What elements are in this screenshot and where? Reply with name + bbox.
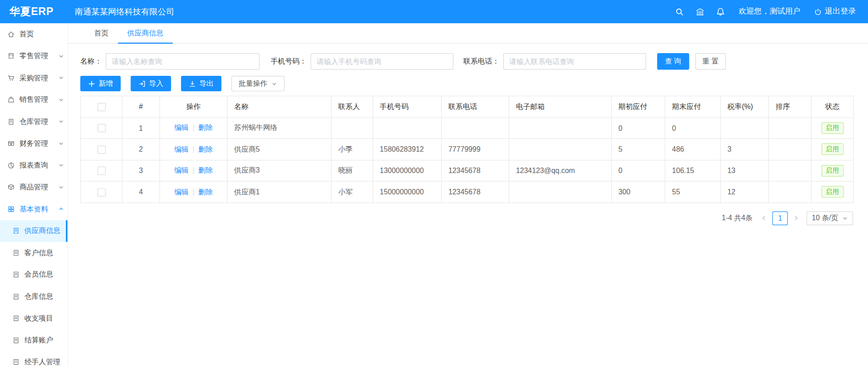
sidebar-item[interactable]: 商品管理 bbox=[0, 176, 68, 198]
page-number[interactable]: 1 bbox=[773, 211, 788, 225]
column-header: 电子邮箱 bbox=[509, 96, 611, 117]
row-index: 3 bbox=[122, 160, 160, 181]
cell-mobile: 15806283912 bbox=[373, 138, 441, 160]
sidebar: 首页零售管理采购管理销售管理仓库管理财务管理报表查询商品管理基本资料供应商信息客… bbox=[0, 23, 68, 366]
name-label: 名称： bbox=[80, 56, 102, 66]
sidebar-subitem[interactable]: 供应商信息 bbox=[0, 220, 68, 242]
row-actions: 编辑|删除 bbox=[160, 160, 228, 181]
name-input[interactable] bbox=[106, 53, 260, 70]
logout-button[interactable]: 退出登录 bbox=[814, 7, 856, 17]
sidebar-subitem[interactable]: 收支项目 bbox=[0, 307, 68, 329]
doc-icon bbox=[12, 358, 20, 366]
table-row: 3编辑|删除供应商3晓丽13000000000123456781234123@q… bbox=[80, 160, 853, 181]
sidebar-item[interactable]: 零售管理 bbox=[0, 45, 68, 67]
cell-tel: 12345678 bbox=[441, 181, 509, 203]
export-button[interactable]: 导出 bbox=[181, 76, 222, 91]
doc-icon bbox=[12, 271, 20, 278]
goods-icon bbox=[7, 183, 15, 191]
export-button-label: 导出 bbox=[199, 79, 214, 89]
batch-button[interactable]: 批量操作 bbox=[231, 76, 284, 91]
cell-sort bbox=[769, 117, 811, 138]
query-button[interactable]: 查 询 bbox=[657, 53, 689, 70]
reset-button[interactable]: 重 置 bbox=[695, 53, 726, 70]
next-page-button[interactable] bbox=[790, 212, 803, 225]
action-divider: | bbox=[193, 124, 194, 132]
select-all-checkbox[interactable] bbox=[97, 103, 105, 111]
delete-link[interactable]: 删除 bbox=[198, 166, 213, 174]
sidebar-item-label: 仓库管理 bbox=[20, 117, 48, 127]
row-checkbox[interactable] bbox=[97, 188, 105, 196]
batch-button-label: 批量操作 bbox=[238, 79, 267, 89]
row-checkbox[interactable] bbox=[97, 167, 105, 175]
row-select-cell bbox=[80, 117, 122, 138]
status-badge: 启用 bbox=[821, 143, 843, 155]
sidebar-item[interactable]: 基本资料 bbox=[0, 198, 68, 220]
bell-icon[interactable] bbox=[716, 7, 725, 16]
sidebar-item[interactable]: 采购管理 bbox=[0, 67, 68, 89]
row-index: 1 bbox=[122, 117, 160, 138]
sidebar-item[interactable]: 报表查询 bbox=[0, 154, 68, 176]
top-header: 华夏ERP 南通某某网络科技有限公司 欢迎您，测试用户 退出登录 bbox=[0, 0, 868, 23]
cell-tax: 13 bbox=[720, 160, 769, 181]
row-index: 4 bbox=[122, 181, 160, 203]
cell-name: 供应商3 bbox=[227, 160, 331, 181]
cell-email bbox=[509, 181, 611, 203]
sidebar-item-label: 基本资料 bbox=[20, 204, 48, 214]
sidebar-subitem[interactable]: 仓库信息 bbox=[0, 286, 68, 307]
sidebar-subitem-label: 客户信息 bbox=[25, 248, 53, 258]
edit-link[interactable]: 编辑 bbox=[174, 145, 189, 153]
sidebar-subitem-label: 供应商信息 bbox=[25, 226, 60, 236]
chevron-down-icon bbox=[58, 162, 64, 168]
sidebar-item[interactable]: 财务管理 bbox=[0, 133, 68, 154]
doc-icon bbox=[12, 249, 20, 257]
page-size-select[interactable]: 10 条/页 bbox=[807, 211, 853, 225]
cell-ending: 486 bbox=[665, 138, 720, 160]
row-select-cell bbox=[80, 181, 122, 203]
tab[interactable]: 供应商信息 bbox=[118, 23, 173, 43]
sidebar-subitem[interactable]: 会员信息 bbox=[0, 264, 68, 286]
table-body: 1编辑|删除苏州蜗牛网络00启用2编辑|删除供应商5小季158062839127… bbox=[80, 117, 853, 203]
action-divider: | bbox=[193, 188, 194, 196]
table-header-row: #操作名称联系人手机号码联系电话电子邮箱期初应付期末应付税率(%)排序状态 bbox=[80, 96, 853, 117]
sidebar-item[interactable]: 仓库管理 bbox=[0, 111, 68, 133]
cell-ending: 106.15 bbox=[665, 160, 720, 181]
search-icon[interactable] bbox=[675, 7, 684, 16]
add-button[interactable]: 新增 bbox=[80, 76, 121, 91]
total-text: 1-4 共4条 bbox=[722, 213, 753, 223]
edit-link[interactable]: 编辑 bbox=[174, 166, 189, 174]
row-actions: 编辑|删除 bbox=[160, 138, 228, 160]
status-badge: 启用 bbox=[821, 186, 843, 198]
status-badge: 启用 bbox=[821, 165, 843, 177]
import-button-label: 导入 bbox=[149, 79, 164, 89]
cell-name: 供应商5 bbox=[227, 138, 331, 160]
delete-link[interactable]: 删除 bbox=[198, 145, 213, 153]
tel-input[interactable] bbox=[503, 53, 646, 70]
sidebar-item[interactable]: 销售管理 bbox=[0, 89, 68, 111]
sidebar-subitem[interactable]: 客户信息 bbox=[0, 242, 68, 264]
column-header: 状态 bbox=[811, 96, 853, 117]
sidebar-subitem[interactable]: 经手人管理 bbox=[0, 351, 68, 366]
sidebar-subitem[interactable]: 结算账户 bbox=[0, 329, 68, 351]
edit-link[interactable]: 编辑 bbox=[174, 124, 189, 132]
supplier-table: #操作名称联系人手机号码联系电话电子邮箱期初应付期末应付税率(%)排序状态 1编… bbox=[80, 96, 854, 203]
cell-tel bbox=[441, 117, 509, 138]
cell-tax bbox=[720, 117, 769, 138]
delete-link[interactable]: 删除 bbox=[198, 188, 213, 196]
sales-icon bbox=[7, 96, 15, 104]
import-button[interactable]: 导入 bbox=[131, 76, 171, 91]
home-icon bbox=[7, 30, 15, 38]
delete-link[interactable]: 删除 bbox=[198, 124, 213, 132]
row-checkbox[interactable] bbox=[97, 124, 105, 132]
doc-icon bbox=[12, 227, 20, 235]
mobile-input[interactable] bbox=[311, 53, 453, 70]
chevron-down-icon bbox=[58, 97, 64, 103]
sidebar-item[interactable]: 首页 bbox=[0, 23, 68, 45]
basic-icon bbox=[7, 205, 15, 213]
prev-page-button[interactable] bbox=[758, 212, 770, 225]
company-name: 南通某某网络科技有限公司 bbox=[75, 6, 174, 17]
cell-email bbox=[509, 138, 611, 160]
edit-link[interactable]: 编辑 bbox=[174, 188, 189, 196]
row-checkbox[interactable] bbox=[97, 145, 105, 153]
tab[interactable]: 首页 bbox=[84, 23, 118, 43]
bank-icon[interactable] bbox=[695, 7, 705, 16]
